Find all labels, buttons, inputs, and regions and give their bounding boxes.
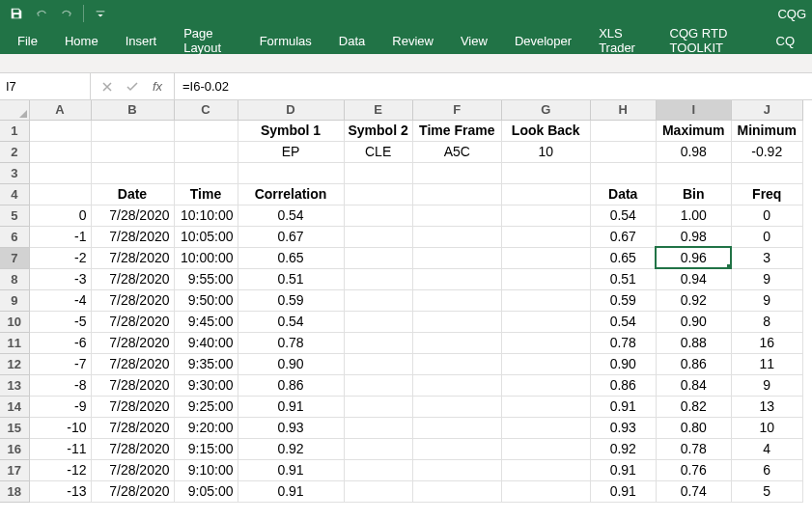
cell-B13[interactable]: 7/28/2020	[91, 374, 174, 396]
undo-button[interactable]	[31, 3, 52, 24]
row-header-5[interactable]: 5	[0, 205, 29, 226]
col-header-B[interactable]: B	[91, 100, 174, 120]
cell-C18[interactable]: 9:05:00	[174, 480, 238, 502]
cell-C9[interactable]: 9:50:00	[174, 289, 238, 311]
cell-E2[interactable]: CLE	[344, 141, 412, 162]
row-header-16[interactable]: 16	[0, 438, 29, 459]
cell-E5[interactable]	[344, 205, 412, 226]
cell-F13[interactable]	[412, 374, 501, 396]
cell-C12[interactable]: 9:35:00	[174, 353, 238, 374]
cell-E17[interactable]	[344, 459, 412, 480]
cell-B18[interactable]: 7/28/2020	[91, 480, 174, 502]
cell-G14[interactable]	[501, 396, 590, 417]
cell-B11[interactable]: 7/28/2020	[91, 332, 174, 353]
cell-F10[interactable]	[412, 311, 501, 332]
cell-H18[interactable]: 0.91	[590, 480, 656, 502]
cell-B7[interactable]: 7/28/2020	[91, 247, 174, 268]
cell-E9[interactable]	[344, 289, 412, 311]
cell-C7[interactable]: 10:00:00	[174, 247, 238, 268]
cell-D9[interactable]: 0.59	[238, 289, 344, 311]
tab-review[interactable]: Review	[378, 28, 447, 54]
row-header-7[interactable]: 7	[0, 247, 29, 268]
cell-C5[interactable]: 10:10:00	[174, 205, 238, 226]
cell-G15[interactable]	[501, 417, 590, 438]
row-header-12[interactable]: 12	[0, 353, 29, 374]
row-header-1[interactable]: 1	[0, 120, 29, 141]
cell-G7[interactable]	[501, 247, 590, 268]
cell-A8[interactable]: -3	[29, 268, 91, 289]
cell-I16[interactable]: 0.78	[656, 438, 731, 459]
cell-F6[interactable]	[412, 226, 501, 247]
cell-I5[interactable]: 1.00	[656, 205, 731, 226]
cell-C16[interactable]: 9:15:00	[174, 438, 238, 459]
cell-D16[interactable]: 0.92	[238, 438, 344, 459]
cell-E18[interactable]	[344, 480, 412, 502]
cell-I6[interactable]: 0.98	[656, 226, 731, 247]
cell-C10[interactable]: 9:45:00	[174, 311, 238, 332]
cell-D3[interactable]	[238, 162, 344, 183]
cell-D6[interactable]: 0.67	[238, 226, 344, 247]
row-header-9[interactable]: 9	[0, 289, 29, 311]
cell-B4[interactable]: Date	[91, 183, 174, 205]
cell-A1[interactable]	[29, 120, 91, 141]
cell-C11[interactable]: 9:40:00	[174, 332, 238, 353]
cell-E8[interactable]	[344, 268, 412, 289]
cell-I12[interactable]: 0.86	[656, 353, 731, 374]
row-header-4[interactable]: 4	[0, 183, 29, 205]
cell-H2[interactable]	[590, 141, 656, 162]
cell-A12[interactable]: -7	[29, 353, 91, 374]
cell-H16[interactable]: 0.92	[590, 438, 656, 459]
cell-G10[interactable]	[501, 311, 590, 332]
cell-E3[interactable]	[344, 162, 412, 183]
row-header-6[interactable]: 6	[0, 226, 29, 247]
cell-I3[interactable]	[656, 162, 731, 183]
cell-D15[interactable]: 0.93	[238, 417, 344, 438]
cell-A9[interactable]: -4	[29, 289, 91, 311]
cell-C2[interactable]	[174, 141, 238, 162]
cell-H4[interactable]: Data	[590, 183, 656, 205]
cell-G6[interactable]	[501, 226, 590, 247]
cell-A15[interactable]: -10	[29, 417, 91, 438]
cell-A2[interactable]	[29, 141, 91, 162]
cell-H15[interactable]: 0.93	[590, 417, 656, 438]
cell-J6[interactable]: 0	[731, 226, 802, 247]
cell-I10[interactable]: 0.90	[656, 311, 731, 332]
cell-E14[interactable]	[344, 396, 412, 417]
cell-B17[interactable]: 7/28/2020	[91, 459, 174, 480]
cancel-formula-button[interactable]	[98, 78, 116, 96]
tab-formulas[interactable]: Formulas	[246, 28, 325, 54]
row-header-8[interactable]: 8	[0, 268, 29, 289]
cell-H8[interactable]: 0.51	[590, 268, 656, 289]
row-header-3[interactable]: 3	[0, 162, 29, 183]
cell-I14[interactable]: 0.82	[656, 396, 731, 417]
cell-C14[interactable]: 9:25:00	[174, 396, 238, 417]
cell-I8[interactable]: 0.94	[656, 268, 731, 289]
cell-I2[interactable]: 0.98	[656, 141, 731, 162]
cell-B6[interactable]: 7/28/2020	[91, 226, 174, 247]
cell-C8[interactable]: 9:55:00	[174, 268, 238, 289]
col-header-I[interactable]: I	[656, 100, 731, 120]
cell-E1[interactable]: Symbol 2	[344, 120, 412, 141]
cell-I13[interactable]: 0.84	[656, 374, 731, 396]
cell-D2[interactable]: EP	[238, 141, 344, 162]
tab-page-layout[interactable]: Page Layout	[170, 20, 245, 61]
cell-I11[interactable]: 0.88	[656, 332, 731, 353]
tab-developer[interactable]: Developer	[501, 28, 585, 54]
cell-J10[interactable]: 8	[731, 311, 802, 332]
cell-E4[interactable]	[344, 183, 412, 205]
cell-I15[interactable]: 0.80	[656, 417, 731, 438]
cell-C13[interactable]: 9:30:00	[174, 374, 238, 396]
cell-A17[interactable]: -12	[29, 459, 91, 480]
tab-view[interactable]: View	[447, 28, 501, 54]
col-header-F[interactable]: F	[412, 100, 501, 120]
cell-H17[interactable]: 0.91	[590, 459, 656, 480]
cell-F7[interactable]	[412, 247, 501, 268]
cell-C6[interactable]: 10:05:00	[174, 226, 238, 247]
worksheet-area[interactable]: A B C D E F G H I J 1Symbol 1Symbol 2Tim…	[0, 100, 812, 503]
cell-B3[interactable]	[91, 162, 174, 183]
cell-G1[interactable]: Look Back	[501, 120, 590, 141]
cell-A13[interactable]: -8	[29, 374, 91, 396]
cell-H10[interactable]: 0.54	[590, 311, 656, 332]
cell-J5[interactable]: 0	[731, 205, 802, 226]
cell-C1[interactable]	[174, 120, 238, 141]
